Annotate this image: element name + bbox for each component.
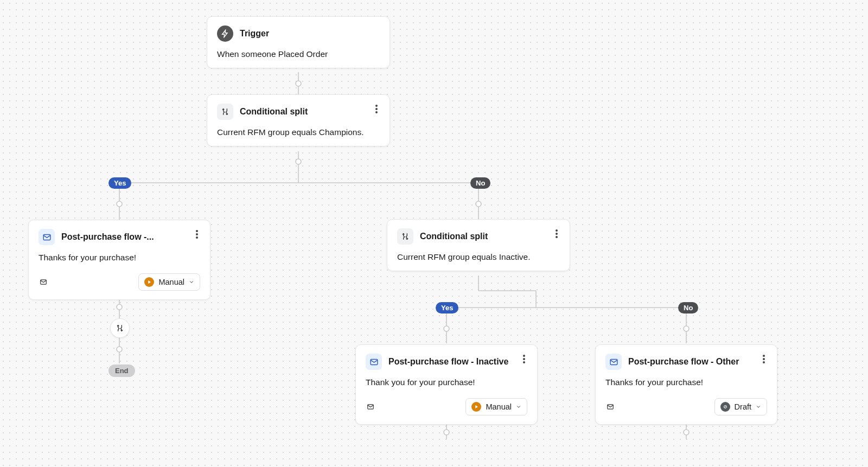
email-node-other[interactable]: Post-purchase flow - Other Thanks for yo…: [595, 344, 777, 425]
kebab-icon: [375, 108, 378, 110]
svg-line-31: [724, 406, 726, 407]
mail-icon: [39, 229, 55, 245]
email-body: Thanks for your purchase!: [605, 378, 767, 387]
status-manual-icon: [144, 277, 154, 287]
email-body: Thank you for your purchase!: [366, 378, 527, 387]
status-dropdown[interactable]: Manual: [465, 398, 527, 415]
mail-icon: [605, 354, 622, 370]
trigger-icon: [217, 25, 233, 42]
status-label: Manual: [158, 278, 184, 286]
svg-point-17: [444, 326, 449, 331]
yes-pill: Yes: [436, 302, 458, 314]
svg-point-6: [117, 201, 122, 207]
status-label: Draft: [735, 402, 751, 411]
node-menu-button[interactable]: [190, 228, 203, 241]
svg-point-23: [684, 430, 689, 435]
svg-point-19: [684, 326, 689, 331]
status-dropdown[interactable]: Draft: [714, 398, 767, 415]
split-icon: [397, 228, 413, 245]
chevron-down-icon: [516, 402, 521, 411]
email-body: Thanks for your purchase!: [39, 253, 200, 263]
status-manual-icon: [471, 402, 481, 412]
kebab-icon: [523, 358, 525, 360]
split-junction-circle[interactable]: [110, 318, 130, 338]
status-label: Manual: [486, 402, 512, 411]
status-draft-icon: [720, 402, 730, 412]
svg-point-1: [296, 81, 301, 86]
svg-point-8: [476, 201, 481, 207]
no-pill: No: [470, 177, 490, 189]
svg-point-11: [117, 347, 122, 352]
send-status-icon: [39, 278, 48, 286]
svg-point-10: [117, 304, 122, 310]
kebab-icon: [196, 233, 198, 235]
node-menu-button[interactable]: [370, 103, 383, 116]
split-title: Conditional split: [240, 107, 308, 117]
email-title: Post-purchase flow - Inactive: [388, 357, 508, 367]
no-pill: No: [678, 302, 698, 314]
kebab-icon: [763, 358, 765, 360]
flow-canvas[interactable]: Trigger When someone Placed Order Condit…: [0, 0, 868, 467]
mail-icon: [366, 354, 382, 370]
split-icon: [217, 104, 233, 120]
email-node-inactive[interactable]: Post-purchase flow - Inactive Thank you …: [355, 344, 538, 425]
status-dropdown[interactable]: Manual: [138, 273, 200, 291]
split-node-1[interactable]: Conditional split Current RFM group equa…: [207, 94, 390, 146]
send-status-icon: [605, 403, 615, 411]
svg-point-21: [444, 430, 449, 435]
trigger-node[interactable]: Trigger When someone Placed Order: [207, 16, 390, 68]
yes-pill: Yes: [108, 177, 131, 189]
node-menu-button[interactable]: [518, 353, 531, 366]
email-title: Post-purchase flow - Other: [628, 357, 739, 367]
chevron-down-icon: [189, 278, 194, 286]
trigger-title: Trigger: [240, 29, 269, 39]
split-node-2[interactable]: Conditional split Current RFM group equa…: [387, 219, 570, 271]
split-description: Current RFM group equals Inactive.: [397, 252, 560, 262]
email-title: Post-purchase flow -...: [61, 232, 154, 242]
chevron-down-icon: [756, 402, 761, 411]
node-menu-button[interactable]: [757, 353, 770, 366]
email-node-champions[interactable]: Post-purchase flow -... Thanks for your …: [28, 220, 210, 300]
end-pill: End: [108, 364, 135, 377]
trigger-description: When someone Placed Order: [217, 49, 380, 59]
split-description: Current RFM group equals Champions.: [217, 127, 380, 137]
kebab-icon: [556, 233, 558, 235]
send-status-icon: [366, 403, 375, 411]
split-title: Conditional split: [420, 232, 488, 241]
svg-point-3: [296, 159, 301, 164]
node-menu-button[interactable]: [550, 227, 563, 240]
